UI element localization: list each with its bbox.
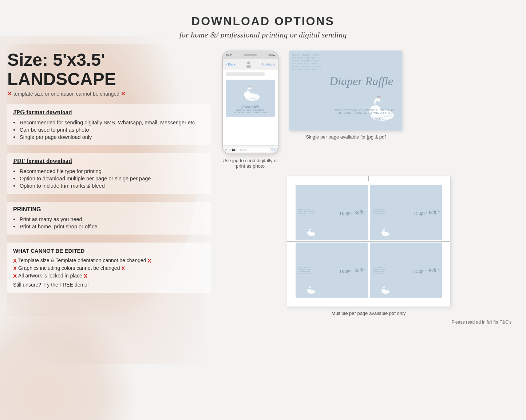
page-title: DOWNLOAD OPTIONS — [0, 15, 526, 28]
mc2-line2: invitation • come • — [373, 211, 386, 212]
printing-title: PRINTING — [13, 206, 205, 213]
mc4-line2: invitation • come • — [373, 268, 386, 270]
mini-card-2: Invite • please • invitation • come • In… — [370, 185, 442, 240]
phone-mockup: 10:45 80%■ ‹ Back Contacts — [222, 51, 278, 154]
phone-card-preview: Diaper Raffle BRING A PACK OF DIAPERS FO… — [226, 80, 275, 117]
no-change-text: template size or orientation cannot be c… — [13, 91, 119, 97]
phone-back: ‹ Back — [226, 62, 235, 66]
phone-speaker — [244, 54, 257, 56]
mc4-line3: Invite • please • — [373, 271, 386, 272]
x-mark-item1: X — [13, 257, 17, 264]
phone-nav-bar: ‹ Back Contacts — [223, 59, 278, 69]
pdf-bullet-2: Option to download multiple per page or … — [13, 175, 205, 182]
mc3-line: Invite • please • — [298, 266, 312, 268]
phone-contact-icon — [245, 60, 252, 68]
cannot-edit-item-2: X Graphics including colors cannot be ch… — [13, 264, 205, 272]
phone-screen: Diaper Raffle BRING A PACK OF DIAPERS FO… — [223, 69, 278, 153]
x-mark-item3-end: X — [84, 273, 87, 279]
phone-input-bar: ⊕ ☺ 📷 Message OK — [223, 145, 278, 153]
phone-time: 10:45 — [226, 54, 232, 57]
jpg-bullet-3: Single per page download only — [13, 133, 205, 141]
pdf-bullets: Recommended file type for printing Optio… — [13, 168, 205, 189]
wm-line-1: Invite • please • come • — [292, 53, 399, 56]
mc3-line4: invitation • come • — [298, 273, 312, 275]
mc1-title: Diaper Raffle — [340, 208, 366, 216]
header: DOWNLOAD OPTIONS for home &/ professiona… — [0, 0, 526, 47]
cannot-edit-text-3: All artwork is locked in place — [18, 273, 82, 279]
card-watermark: Invite • please • come • invitation • jo… — [292, 53, 399, 71]
phone-card-detail2: FOR YOUR CHANCE TO WIN A PRIZE — [229, 111, 272, 113]
mc3-title: Diaper Raffle — [340, 266, 366, 274]
printing-bullet-2: Print at home, print shop or office — [13, 223, 205, 230]
page-subtitle: for home &/ professional printing or dig… — [0, 30, 526, 40]
card-detail-text: BRING A PACK OF DIAPERS (ANY SIZE) FOR Y… — [335, 108, 396, 120]
x-mark-item3: X — [13, 273, 17, 279]
mc3-swan — [305, 284, 316, 295]
x-mark-item1-end: X — [148, 257, 151, 264]
mc4-swan — [379, 284, 391, 295]
right-top: 10:45 80%■ ‹ Back Contacts — [222, 51, 515, 169]
single-card-container: Invite • please • come • invitation • jo… — [289, 51, 402, 140]
jpg-bullets: Recommended for sending digitally SMS, W… — [13, 119, 205, 141]
mini-card-3: Invite • please • invitation • come • In… — [296, 243, 368, 298]
multi-page-preview: Invite • please • invitation • come • In… — [287, 176, 451, 307]
crop-mark-v — [369, 176, 369, 307]
size-heading: Size: 5'x3.5' LANDSCAPE — [7, 51, 211, 89]
cannot-edit-title: WHAT CANNOT BE EDITED — [13, 248, 205, 254]
mini-card-1: Invite • please • invitation • come • In… — [296, 185, 368, 240]
mc1-line3: Invite • please • — [298, 213, 316, 215]
mc1-line4: invitation • come • — [298, 215, 316, 217]
mc2-line: Invite • please • — [373, 208, 386, 210]
right-column: 10:45 80%■ ‹ Back Contacts — [222, 51, 515, 325]
multi-page-container: Invite • please • invitation • come • In… — [222, 176, 515, 325]
phone-msg-area: Diaper Raffle BRING A PACK OF DIAPERS FO… — [226, 72, 275, 119]
jpg-bullet-1: Recommended for sending digitally SMS, W… — [13, 119, 205, 126]
mc2-line4: invitation • come • — [373, 215, 386, 217]
printing-bullets: Print as many as you need Print at home,… — [13, 216, 205, 230]
jpg-bullet-2: Can be used to print as photo — [13, 126, 205, 133]
mc2-swan — [379, 227, 391, 237]
wm-line-4: invitation • join us • — [292, 62, 399, 65]
cannot-edit-item-3: X All artwork is locked in place X — [13, 272, 205, 280]
svg-rect-8 — [377, 96, 380, 97]
card-dotted-line — [341, 116, 396, 116]
mc1-swan — [305, 227, 316, 237]
phone-send-label: OK — [271, 148, 276, 151]
mc1-line2: invitation • come • — [298, 211, 316, 212]
mc3-line2: invitation • come • — [298, 268, 312, 270]
card-script-title: Diaper Raffle — [329, 75, 393, 88]
phone-contacts: Contacts — [262, 62, 275, 66]
mc1-line: Invite • please • — [298, 208, 316, 210]
pdf-title: PDF format download — [13, 157, 205, 165]
wm-line-6: invitation • join us • — [292, 68, 399, 71]
x-mark-item2-end: X — [121, 265, 125, 271]
free-demo-text: Still unsure? Try the FREE demo! — [13, 282, 205, 288]
wm-line-3: Invite • please • come • — [292, 59, 399, 62]
left-column: Size: 5'x3.5' LANDSCAPE ✕ template size … — [7, 51, 211, 325]
phone-container: 10:45 80%■ ‹ Back Contacts — [222, 51, 278, 169]
pdf-section: PDF format download Recommended file typ… — [7, 153, 211, 194]
single-card-preview: Invite • please • come • invitation • jo… — [289, 51, 402, 131]
single-card-caption: Single per page available for jpg & pdf — [306, 134, 386, 140]
jpg-title: JPG format download — [13, 109, 205, 116]
mini-card-4: Invite • please • invitation • come • In… — [370, 243, 442, 298]
mc2-title: Diaper Raffle — [414, 208, 440, 216]
phone-input-icons: ⊕ ☺ 📷 — [225, 148, 236, 151]
x-mark-left: ✕ — [7, 91, 12, 97]
phone-input-text: Message — [237, 148, 270, 152]
mc4-title: Diaper Raffle — [414, 266, 440, 274]
cannot-edit-text-2: Graphics including colors cannot be chan… — [18, 265, 120, 271]
x-mark-right: ✕ — [121, 91, 126, 97]
page-wrapper: DOWNLOAD OPTIONS for home &/ professiona… — [0, 0, 526, 420]
cannot-edit-item-1: X Template size & Template orientation c… — [13, 257, 205, 264]
wm-line-5: Invite • please • come • — [292, 65, 399, 68]
phone-caption: Use jpg to send digitally or print as ph… — [222, 158, 278, 169]
pdf-bullet-1: Recommended file type for printing — [13, 168, 205, 175]
phone-card-title: Diaper Raffle — [229, 105, 272, 108]
multi-page-caption: Multiple per page available pdf only — [332, 311, 406, 316]
wm-line-2: invitation • join us • — [292, 56, 399, 59]
card-detail-line3: NAME............ — [335, 117, 396, 120]
tc-note: Please read ad in full for T&C's — [222, 320, 515, 325]
mc2-line3: Invite • please • — [373, 213, 386, 215]
card-detail-line2: FOR YOUR CHANCE TO WIN A PRIZE... — [335, 111, 396, 115]
